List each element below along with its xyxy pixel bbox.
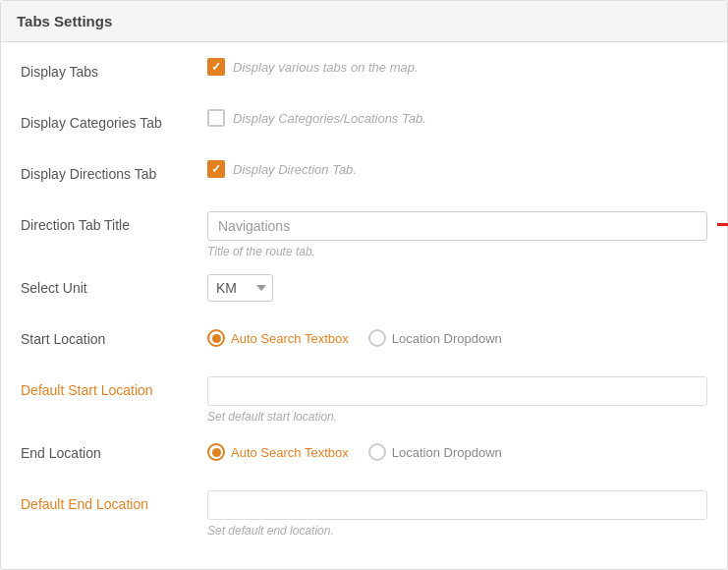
default-end-location-hint: Set default end location.: [207, 524, 707, 538]
default-start-location-input[interactable]: [207, 376, 707, 406]
end-location-dropdown-option[interactable]: Location Dropdown: [368, 443, 502, 461]
select-unit-control: KM Miles: [207, 274, 707, 302]
display-directions-tab-label: Display Directions Tab: [21, 160, 207, 182]
display-categories-tab-hint: Display Categories/Locations Tab.: [233, 111, 426, 126]
display-tabs-row: Display Tabs Display various tabs on the…: [21, 58, 707, 93]
end-location-control: Auto Search Textbox Location Dropdown: [207, 439, 707, 461]
end-location-dropdown-label: Location Dropdown: [392, 445, 502, 460]
display-categories-tab-checkbox[interactable]: [207, 109, 225, 127]
end-location-dropdown-radio[interactable]: [368, 443, 386, 461]
display-directions-tab-checkbox[interactable]: [207, 160, 225, 178]
red-arrow-indicator: [717, 213, 728, 240]
default-start-location-row: Default Start Location Set default start…: [21, 376, 707, 424]
start-location-label: Start Location: [21, 325, 207, 347]
end-location-auto-search-option[interactable]: Auto Search Textbox: [207, 443, 349, 461]
display-categories-tab-label: Display Categories Tab: [21, 109, 207, 131]
start-location-dropdown-label: Location Dropdown: [392, 331, 502, 346]
start-location-auto-search-label: Auto Search Textbox: [231, 331, 349, 346]
display-directions-tab-row: Display Directions Tab Display Direction…: [21, 160, 707, 196]
direction-tab-title-control: Title of the route tab.: [207, 211, 707, 258]
select-unit-label: Select Unit: [21, 274, 207, 296]
panel-title: Tabs Settings: [1, 1, 727, 42]
unit-select[interactable]: KM Miles: [207, 274, 273, 302]
display-tabs-hint: Display various tabs on the map.: [233, 60, 419, 75]
default-start-location-label: Default Start Location: [21, 376, 207, 398]
display-tabs-checkbox[interactable]: [207, 58, 225, 76]
default-end-location-input[interactable]: [207, 490, 707, 520]
default-start-location-control: Set default start location.: [207, 376, 707, 424]
direction-tab-title-row: Direction Tab Title Title of the route t…: [21, 211, 707, 258]
direction-tab-title-label: Direction Tab Title: [21, 211, 207, 233]
default-end-location-row: Default End Location Set default end loc…: [21, 490, 707, 538]
start-location-auto-search-radio[interactable]: [207, 329, 225, 347]
start-location-control: Auto Search Textbox Location Dropdown: [207, 325, 707, 347]
direction-tab-title-input[interactable]: [207, 211, 707, 241]
panel-body: Display Tabs Display various tabs on the…: [1, 42, 727, 569]
display-categories-tab-control: Display Categories/Locations Tab.: [207, 109, 707, 127]
tabs-settings-panel: Tabs Settings Display Tabs Display vario…: [0, 0, 728, 570]
default-start-location-hint: Set default start location.: [207, 410, 707, 424]
end-location-auto-search-radio-inner: [212, 448, 221, 457]
display-tabs-control: Display various tabs on the map.: [207, 58, 707, 76]
default-end-location-label: Default End Location: [21, 490, 207, 512]
end-location-label: End Location: [21, 439, 207, 461]
display-categories-tab-row: Display Categories Tab Display Categorie…: [21, 109, 707, 144]
display-directions-tab-control: Display Direction Tab.: [207, 160, 707, 178]
start-location-auto-search-option[interactable]: Auto Search Textbox: [207, 329, 349, 347]
select-unit-row: Select Unit KM Miles: [21, 274, 707, 310]
end-location-row: End Location Auto Search Textbox Locatio…: [21, 439, 707, 475]
start-location-row: Start Location Auto Search Textbox Locat…: [21, 325, 707, 361]
start-location-auto-search-radio-inner: [212, 334, 221, 343]
default-end-location-control: Set default end location.: [207, 490, 707, 538]
start-location-dropdown-option[interactable]: Location Dropdown: [368, 329, 502, 347]
end-location-auto-search-radio[interactable]: [207, 443, 225, 461]
display-tabs-label: Display Tabs: [21, 58, 207, 80]
display-directions-tab-hint: Display Direction Tab.: [233, 162, 357, 177]
direction-tab-title-hint: Title of the route tab.: [207, 245, 707, 258]
start-location-dropdown-radio[interactable]: [368, 329, 386, 347]
end-location-auto-search-label: Auto Search Textbox: [231, 445, 349, 460]
